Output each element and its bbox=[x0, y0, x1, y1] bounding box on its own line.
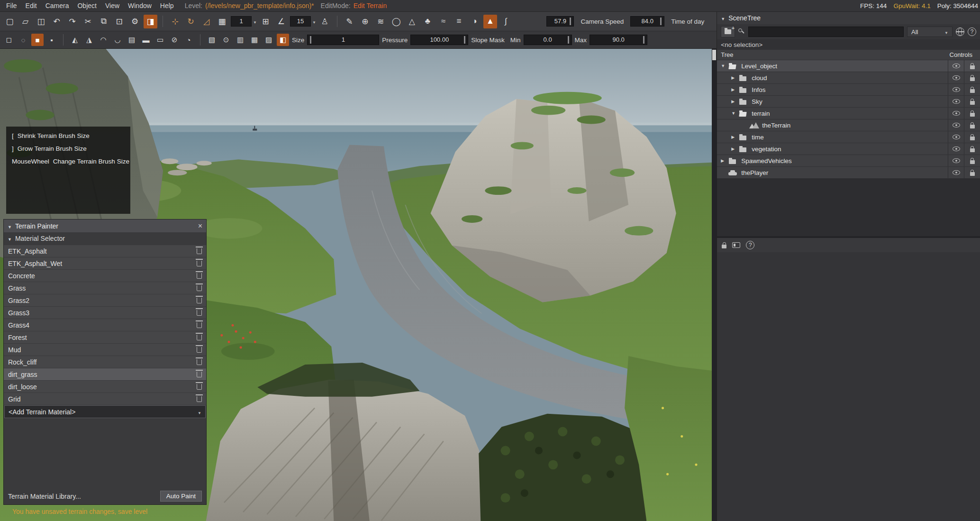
delete-material-icon[interactable] bbox=[197, 285, 202, 291]
terrain-painter-titlebar[interactable]: Terrain Painter bbox=[4, 219, 206, 232]
lock-toggle[interactable] bbox=[964, 84, 980, 95]
object-translate-icon[interactable]: ⊹ bbox=[168, 15, 182, 28]
redo-icon[interactable]: ↷ bbox=[65, 15, 79, 28]
expander-icon[interactable]: ▶ bbox=[721, 158, 728, 163]
visibility-toggle[interactable] bbox=[948, 96, 964, 107]
object-scale-icon[interactable]: ◿ bbox=[200, 15, 213, 28]
new-level-icon[interactable]: ▢ bbox=[3, 15, 17, 28]
open-level-icon[interactable]: ▱ bbox=[18, 15, 32, 28]
material-row[interactable]: dirt_grass bbox=[4, 368, 206, 380]
material-row[interactable]: Grass4 bbox=[4, 319, 206, 331]
material-row[interactable]: Forest bbox=[4, 331, 206, 343]
tree-node[interactable]: ▶ time bbox=[717, 131, 980, 143]
rotate-snap-dropdown[interactable]: 1 bbox=[231, 16, 257, 27]
slope-min-slider[interactable]: 0.0 bbox=[524, 35, 572, 45]
material-row[interactable]: Grid bbox=[4, 393, 206, 405]
lock-toggle[interactable] bbox=[964, 131, 980, 143]
smooth-icon[interactable]: ◠ bbox=[97, 34, 109, 46]
material-row[interactable]: Rock_cliff bbox=[4, 356, 206, 368]
mirror-tool-icon[interactable]: ◑ bbox=[468, 15, 481, 28]
visibility-toggle[interactable] bbox=[948, 72, 964, 83]
visibility-toggle[interactable] bbox=[948, 119, 964, 131]
menu-item[interactable]: File bbox=[2, 2, 21, 9]
lock-toggle[interactable] bbox=[964, 72, 980, 83]
tree-node[interactable]: thePlayer bbox=[717, 167, 980, 178]
delete-material-icon[interactable] bbox=[197, 359, 202, 365]
tree-node[interactable]: ▶ Sky bbox=[717, 96, 980, 107]
camera-speed-slider[interactable]: 84.0 bbox=[630, 16, 664, 27]
soft-select-icon[interactable]: ◌ bbox=[17, 34, 29, 46]
decal-road-icon[interactable]: ∫ bbox=[499, 15, 513, 28]
help-icon[interactable] bbox=[968, 27, 976, 36]
lock-toggle[interactable] bbox=[964, 143, 980, 155]
inspector-help-icon[interactable] bbox=[746, 241, 754, 249]
lock-inspector-icon[interactable] bbox=[722, 245, 726, 248]
material-row[interactable]: ETK_Asphalt_Wet bbox=[4, 257, 206, 269]
menu-item[interactable]: Window bbox=[124, 2, 156, 9]
visibility-toggle[interactable] bbox=[948, 84, 964, 95]
slope-max-slider[interactable]: 90.0 bbox=[590, 35, 647, 45]
tree-node[interactable]: ▼ Level_object bbox=[717, 60, 980, 72]
tree-node[interactable]: theTerrain bbox=[717, 119, 980, 131]
material-library-button[interactable]: Terrain Material Library... bbox=[8, 493, 81, 500]
globe-icon[interactable] bbox=[956, 27, 964, 36]
tree-node[interactable]: ▶ cloud bbox=[717, 72, 980, 83]
scene-filter-dropdown[interactable]: All bbox=[907, 27, 953, 37]
pressure-slider[interactable]: 100.00 bbox=[410, 35, 468, 45]
material-preview-icon[interactable] bbox=[732, 242, 740, 248]
lock-toggle[interactable] bbox=[964, 119, 980, 131]
forest-tool-icon[interactable]: ♣ bbox=[421, 15, 435, 28]
material-row[interactable]: dirt_loose bbox=[4, 381, 206, 393]
size-slider[interactable]: 1 bbox=[307, 35, 379, 45]
collapse-icon[interactable] bbox=[8, 235, 15, 242]
material-row[interactable]: Grass2 bbox=[4, 294, 206, 306]
terrain-noise-icon[interactable]: ▨ bbox=[263, 34, 275, 46]
delete-material-icon[interactable] bbox=[197, 347, 202, 353]
cut-icon[interactable]: ✂ bbox=[81, 15, 95, 28]
spline-tool-icon[interactable]: ≋ bbox=[374, 15, 388, 28]
menu-item[interactable]: View bbox=[101, 2, 124, 9]
viewport-3d[interactable]: [ Shrink Terrain Brush Size ] Grow Terra… bbox=[0, 49, 717, 521]
marquee-select-icon[interactable]: ◻ bbox=[3, 34, 15, 46]
menu-item[interactable]: Edit bbox=[21, 2, 41, 9]
undo-icon[interactable]: ↶ bbox=[50, 15, 64, 28]
menu-item[interactable]: Object bbox=[73, 2, 100, 9]
set-empty-icon[interactable]: ▭ bbox=[154, 34, 166, 46]
visibility-toggle[interactable] bbox=[948, 143, 964, 155]
lock-toggle[interactable] bbox=[964, 96, 980, 107]
visibility-toggle[interactable] bbox=[948, 60, 964, 72]
flatten-icon[interactable]: ▬ bbox=[140, 34, 152, 46]
scene-tree-titlebar[interactable]: SceneTree bbox=[717, 12, 980, 24]
scene-search-input[interactable] bbox=[748, 27, 904, 37]
delete-material-icon[interactable] bbox=[197, 261, 202, 266]
close-icon[interactable] bbox=[198, 222, 202, 230]
snap-terrain-icon[interactable]: ▦ bbox=[215, 15, 229, 28]
player-camera-icon[interactable]: ♙ bbox=[318, 15, 332, 28]
delete-material-icon[interactable] bbox=[197, 310, 202, 316]
terrain-grid-icon[interactable]: ▦ bbox=[248, 34, 261, 46]
expander-icon[interactable]: ▼ bbox=[731, 111, 739, 116]
paint-material-icon[interactable]: ◧ bbox=[277, 34, 289, 46]
road-tool-icon[interactable]: ≡ bbox=[452, 15, 466, 28]
angle-snap-dropdown[interactable]: 15 bbox=[290, 16, 316, 27]
cone-tool-icon[interactable]: △ bbox=[405, 15, 419, 28]
expander-icon[interactable]: ▶ bbox=[731, 135, 739, 139]
raise-height-icon[interactable]: ◭ bbox=[69, 34, 81, 46]
terrain-block-icon[interactable]: ▥ bbox=[234, 34, 246, 46]
menu-item[interactable]: Camera bbox=[41, 2, 73, 9]
smooth-slope-icon[interactable]: ◡ bbox=[111, 34, 124, 46]
delete-material-icon[interactable] bbox=[197, 396, 202, 402]
viewport-scrollbar[interactable] bbox=[712, 49, 717, 521]
visibility-toggle[interactable] bbox=[948, 108, 964, 119]
expander-icon[interactable]: ▶ bbox=[731, 87, 739, 92]
erase-icon[interactable]: ◔ bbox=[182, 34, 195, 46]
paste-icon[interactable]: ⊡ bbox=[112, 15, 126, 28]
river-tool-icon[interactable]: ≈ bbox=[436, 15, 450, 28]
add-object-icon[interactable]: ⊕ bbox=[358, 15, 372, 28]
delete-material-icon[interactable] bbox=[197, 248, 202, 254]
edit-terrain-icon[interactable]: ▲ bbox=[483, 15, 497, 28]
tree-node[interactable]: ▶ SpawnedVehicles bbox=[717, 155, 980, 166]
lock-toggle[interactable] bbox=[964, 108, 980, 119]
visibility-toggle[interactable] bbox=[948, 167, 964, 178]
lock-toggle[interactable] bbox=[964, 155, 980, 166]
